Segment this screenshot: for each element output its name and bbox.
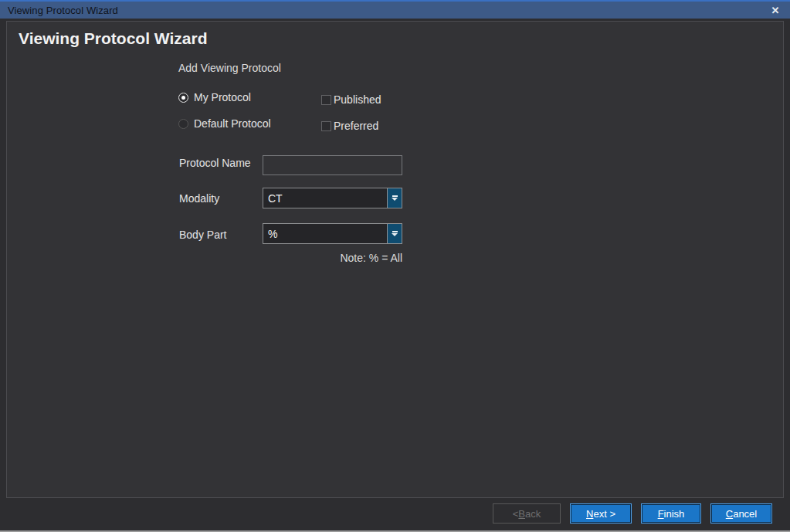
checkbox-unchecked-icon (321, 95, 331, 105)
radio-unselected-icon (178, 119, 188, 129)
finish-button-mnemonic: F (658, 508, 664, 520)
body-part-combobox[interactable]: % (263, 223, 402, 244)
chevron-down-icon[interactable] (387, 188, 402, 208)
cancel-button-mnemonic: C (726, 508, 733, 520)
chevron-down-icon[interactable] (387, 224, 402, 243)
footer-button-bar: < Back Next > Finish Cancel (0, 503, 790, 524)
back-button-mnemonic: B (518, 508, 525, 520)
cancel-button[interactable]: Cancel (710, 503, 772, 524)
radio-default-protocol[interactable]: Default Protocol (178, 117, 271, 130)
modality-label: Modality (179, 192, 219, 205)
next-button[interactable]: Next > (570, 503, 632, 524)
section-title: Add Viewing Protocol (178, 62, 281, 74)
page-title: Viewing Protocol Wizard (19, 29, 207, 48)
back-button-rest: ack (525, 508, 541, 520)
radio-my-protocol-label: My Protocol (194, 91, 251, 103)
viewing-protocol-wizard-dialog: Viewing Protocol Wizard ✕ Viewing Protoc… (0, 0, 790, 532)
protocol-name-label: Protocol Name (179, 157, 251, 169)
next-button-mnemonic: N (586, 508, 593, 520)
protocol-name-input[interactable] (263, 155, 402, 175)
close-icon[interactable]: ✕ (768, 3, 782, 17)
back-button-prefix: < (513, 508, 519, 520)
modality-value: CT (263, 188, 387, 208)
modality-combobox[interactable]: CT (263, 188, 402, 208)
checkbox-unchecked-icon (321, 121, 331, 131)
finish-button-rest: inish (664, 508, 685, 520)
window-title: Viewing Protocol Wizard (8, 5, 768, 16)
checkbox-published-label: Published (334, 93, 381, 106)
note-text: Note: % = All (263, 252, 402, 264)
body-part-label: Body Part (179, 229, 226, 241)
back-button[interactable]: < Back (493, 503, 561, 524)
cancel-button-rest: ancel (733, 508, 757, 520)
body-part-value: % (263, 224, 387, 243)
radio-my-protocol[interactable]: My Protocol (178, 91, 251, 103)
checkbox-preferred[interactable]: Preferred (321, 120, 378, 132)
radio-default-protocol-label: Default Protocol (194, 117, 271, 130)
radio-selected-icon (178, 93, 188, 103)
checkbox-preferred-label: Preferred (334, 120, 378, 132)
titlebar: Viewing Protocol Wizard ✕ (0, 0, 790, 19)
finish-button[interactable]: Finish (641, 503, 701, 524)
checkbox-published[interactable]: Published (321, 93, 381, 106)
next-button-rest: ext > (593, 508, 615, 520)
